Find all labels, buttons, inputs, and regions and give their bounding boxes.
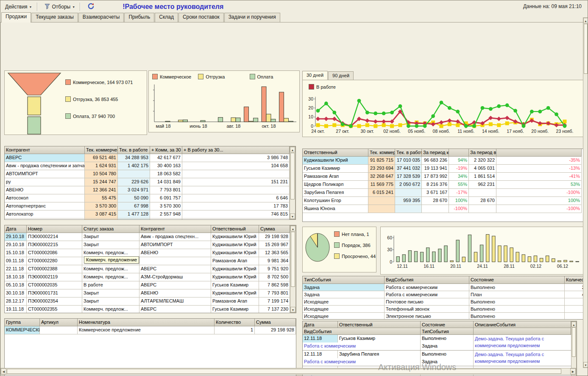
scroll-left-icon[interactable]: ◀ (1, 368, 6, 374)
column-header[interactable]: + Комм, за 30 дн. (150, 146, 182, 154)
table-row[interactable]: Рамазанов Агап32 268 64717 328 53917 873… (303, 173, 583, 181)
table-row[interactable]: 18.10.18ПЭ000002119Коммерч. предлож...АЗ… (5, 273, 296, 281)
table-row[interactable]: Авик - продажа спецтехники и запчастей в… (5, 162, 295, 170)
column-header[interactable]: Номер (27, 225, 82, 233)
column-header[interactable]: Состояние (469, 276, 565, 284)
table-row[interactable]: 12.11.18Зарубина ПелагеяВыполненоРабота … (303, 351, 577, 366)
table-row[interactable]: ру15 244 747229 62614 031 849151 231 (5, 178, 295, 186)
main-tab-4[interactable]: Склад (155, 13, 178, 22)
table-row[interactable]: 29.10.18ПЭ000002214ЗакрытАвик - продажа … (5, 233, 296, 241)
column-header[interactable]: Тек. в работе (118, 146, 150, 154)
column-header[interactable]: Тек. в работе (395, 149, 422, 157)
table-row[interactable]: 09.11.18СТ000002280Рамазанов Агап9 981 3… (5, 257, 296, 265)
table-row[interactable]: Автопартнертранс3 570 30067 9983 570 300… (5, 202, 295, 210)
column-header[interactable]: Контрагент (5, 146, 85, 154)
table-row[interactable]: Щедров Поликарп11 569 7752 050 6728 216 … (303, 181, 583, 189)
table-cell: Рамазанов Агап (211, 297, 259, 306)
scroll-down-icon[interactable]: ▼ (290, 213, 295, 219)
table-row[interactable]: Автолокатор3 087 4151 477 1282 557 94874… (5, 210, 295, 219)
table-row[interactable]: 30.10.18ПЭ000001731ЗакрытАВЕНЮКуджиашвил… (5, 289, 296, 297)
column-header[interactable]: Сумма (259, 225, 290, 233)
table-row[interactable]: ИсходящееТелефонный звонокВыполнено (303, 306, 583, 313)
table-row[interactable]: Колотушкин Егор959 39528 670100%28 67010… (303, 197, 583, 205)
column-header[interactable]: Ответственный (338, 321, 421, 328)
column-header[interactable] (474, 328, 571, 335)
table-row[interactable]: КОММЕРЧЕСКИЕ...Коммерческое предложение1… (5, 326, 296, 334)
column-header[interactable]: Сумма (255, 319, 296, 326)
table-row[interactable]: 28.12.17ПЭ000002354ЗакрытАЛТАРЕМЛЕСМАШРа… (5, 297, 296, 306)
window-horizontal-scrollbar[interactable]: ◀ ▶ (0, 368, 576, 375)
main-tab-0[interactable]: Продажи (1, 12, 31, 22)
column-header[interactable]: + В работу за 30... (182, 146, 290, 154)
table-row[interactable]: ИсходящееПочтовое письмоВыполнено (303, 298, 583, 306)
scroll-up-icon[interactable]: ▲ (290, 226, 295, 231)
column-header[interactable] (496, 149, 582, 157)
table-row[interactable]: 29.10.18ПЭ000002215ЗакрытАВТОИМПОРТКуджи… (5, 241, 296, 249)
main-tab-1[interactable]: Текущие заказы (31, 13, 78, 22)
refresh-button[interactable] (84, 0, 98, 13)
column-header[interactable]: Тек. коммерчес... (85, 146, 118, 154)
period-tab-0[interactable]: 30 дней (302, 71, 328, 81)
column-header[interactable]: Тек. коммер... (368, 149, 395, 157)
column-header[interactable]: ВидСобытия (303, 328, 421, 335)
main-tab-3[interactable]: Прибыль (124, 13, 154, 22)
table-row[interactable]: ЗадачаРабота с коммерческимВыполнено26 (303, 284, 583, 291)
scroll-thumb[interactable] (572, 327, 576, 357)
column-header[interactable]: Ответственный (303, 149, 368, 157)
scroll-thumb[interactable] (584, 24, 588, 74)
table-row[interactable]: АВТОИМПОРТ10 504 78018 063 582 (5, 170, 295, 178)
scroll-down-icon[interactable]: ▼ (583, 362, 588, 368)
table-cell: 3 570 300 (150, 202, 182, 210)
table-row[interactable]: ЗадачаРабота с коммерческимПлан43 (303, 291, 583, 298)
table-row[interactable]: Зарубина Пелагея6 015 2413 671 167-17%-1… (303, 189, 583, 197)
table-row[interactable]: АВЕНЮ12 366 2413 024 9717 793 801 (5, 186, 295, 194)
main-tab-6[interactable]: Задачи и поручения (224, 13, 280, 22)
column-header[interactable]: За период к... (422, 149, 449, 157)
column-header[interactable]: Дата (5, 225, 27, 233)
column-header[interactable]: Количество (565, 276, 583, 284)
filters-button[interactable]: Отборы ▼ (41, 1, 78, 12)
column-header[interactable]: Контрагент (139, 225, 211, 233)
column-header[interactable]: За период в ... (469, 149, 496, 157)
scroll-up-icon[interactable]: ▲ (571, 322, 576, 327)
column-header[interactable]: Ответственный (211, 225, 259, 233)
column-header[interactable]: Количество (215, 319, 255, 326)
column-header[interactable]: Дата (303, 321, 338, 328)
scroll-right-icon[interactable]: ▶ (570, 368, 576, 374)
window-vertical-scrollbar[interactable]: ▲ ▼ (583, 17, 588, 368)
table-row[interactable]: 19.11.18СТ000002355Коммерч. предлож...АВ… (5, 306, 296, 313)
column-header[interactable]: Артикул (40, 319, 78, 326)
table-row[interactable]: ИсходящееЭлектронное письмоВыполнено2 (303, 313, 583, 320)
column-header[interactable]: Статус заказа (82, 225, 139, 233)
table-row[interactable]: Яшина Юнона-100%-100% (303, 205, 583, 213)
column-header[interactable]: Состояние (421, 321, 474, 328)
table-vertical-scrollbar[interactable]: ▲▼ (290, 146, 295, 219)
table-row[interactable]: 12.11.18Гуськов КазимирВыполненоРабота с… (303, 335, 577, 351)
scroll-down-icon[interactable]: ▼ (290, 307, 295, 312)
column-header[interactable]: ВидСобытия (385, 276, 469, 284)
table-cell: Коммерческое предложение (78, 326, 215, 334)
column-header[interactable]: ТипСобытия (421, 328, 474, 335)
table-row[interactable]: Гуськов Казимир23 293 69437 441 03219 11… (303, 165, 583, 173)
column-header[interactable]: Группа (5, 319, 40, 326)
scroll-thumb[interactable] (290, 153, 295, 199)
table-row[interactable]: 15.10.18СТ000002086Коммерч. предлож...АВ… (5, 249, 296, 257)
column-header[interactable]: ТипСобытия (303, 276, 385, 284)
column-header[interactable]: Номенклатура (78, 319, 215, 326)
period-tab-1[interactable]: 90 дней (328, 71, 354, 80)
table-vertical-scrollbar[interactable]: ▲▼ (290, 225, 296, 313)
column-header[interactable]: ОписаниеСобытия (474, 321, 571, 328)
scroll-up-icon[interactable]: ▲ (583, 18, 588, 23)
table-row[interactable]: Автосокол55 47550 0906 091 7576 646 (5, 194, 295, 202)
table-row[interactable]: АВЕРС69 521 48134 288 95342 617 6773 986… (5, 154, 295, 162)
actions-button[interactable]: Действия ▼ (2, 2, 35, 11)
column-header[interactable] (449, 149, 469, 157)
main-tab-5[interactable]: Сроки поставок (178, 13, 224, 22)
table-row[interactable]: 22.11.18СТ000002388Коммерч. предлож...АВ… (5, 265, 296, 273)
scroll-up-icon[interactable]: ▲ (290, 147, 295, 152)
table-row[interactable]: Куджиашвили Юрий91 825 71517 010 03596 6… (303, 157, 583, 165)
scroll-thumb[interactable] (291, 232, 295, 287)
table-row[interactable]: 05.10.18СТ000002035В работеАВЕРСГуськов … (5, 281, 296, 289)
scroll-thumb[interactable] (7, 369, 561, 374)
main-tab-2[interactable]: Взаиморасчеты (78, 13, 124, 22)
